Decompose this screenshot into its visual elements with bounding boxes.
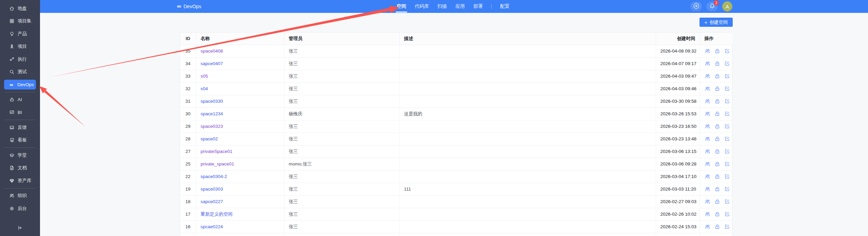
manage-members-icon[interactable] — [705, 86, 710, 92]
sidebar-item-admin[interactable]: 后台 — [0, 202, 40, 215]
app-brand[interactable]: ∞ DevOps — [177, 0, 201, 13]
table-row: 18 sapce0227 张三 2026-02-27 09:03 — [180, 195, 733, 208]
cell-name: space0408 — [196, 45, 284, 57]
notifications-button[interactable]: 3 — [706, 2, 718, 11]
manage-members-icon[interactable] — [705, 186, 710, 192]
sidebar-item-home[interactable]: 地盘 — [0, 2, 40, 15]
edit-icon[interactable] — [724, 161, 730, 167]
manage-members-icon[interactable] — [705, 61, 710, 66]
lock-icon[interactable] — [714, 136, 720, 142]
space-name-link[interactable]: spcae0224 — [201, 224, 223, 229]
space-name-link[interactable]: privateSpace01 — [201, 149, 233, 154]
lock-icon[interactable] — [714, 111, 720, 117]
edit-icon[interactable] — [724, 199, 730, 204]
lock-icon[interactable] — [714, 199, 720, 204]
space-name-link[interactable]: sapce0227 — [201, 199, 223, 204]
sidebar-item-project[interactable]: 项目 — [0, 40, 40, 53]
cell-admin: admin,momo,阿斯顿 — [284, 233, 399, 236]
sidebar-item-program-set[interactable]: 项目集 — [0, 15, 40, 28]
manage-members-icon[interactable] — [705, 123, 710, 129]
sidebar-item-assets[interactable]: 资产库 — [0, 174, 40, 187]
manage-members-icon[interactable] — [705, 73, 710, 79]
tab-code-repo[interactable]: 代码库 — [415, 0, 429, 13]
space-name-link[interactable]: space0330 — [201, 99, 223, 104]
manage-members-icon[interactable] — [705, 174, 710, 179]
lock-icon[interactable] — [714, 224, 720, 230]
lock-icon[interactable] — [714, 161, 720, 167]
edit-icon[interactable] — [724, 224, 730, 230]
edit-icon[interactable] — [724, 136, 730, 142]
manage-members-icon[interactable] — [705, 98, 710, 104]
edit-icon[interactable] — [724, 174, 730, 179]
space-name-link[interactable]: space0323 — [201, 124, 223, 129]
lock-icon[interactable] — [714, 123, 720, 129]
sidebar-item-feedback[interactable]: 反馈 — [0, 121, 40, 134]
space-name-link[interactable]: s04 — [201, 86, 208, 91]
space-name-link[interactable]: private_space01 — [201, 161, 234, 166]
cell-admin: momo,张三 — [284, 158, 399, 170]
sidebar-item-test[interactable]: 测试 — [0, 66, 40, 79]
sidebar-item-devops[interactable]: ∞ DevOps — [4, 80, 36, 90]
space-name-link[interactable]: space0304-2 — [201, 174, 227, 179]
manage-members-icon[interactable] — [705, 211, 710, 217]
tab-config[interactable]: 配置 — [500, 0, 510, 13]
cell-desc — [399, 158, 656, 170]
cell-name: space0303 — [196, 183, 284, 195]
sidebar-item-label: 文档 — [18, 165, 27, 171]
sidebar-item-docs[interactable]: 文档 — [0, 162, 40, 175]
manage-members-icon[interactable] — [705, 224, 710, 230]
manage-members-icon[interactable] — [705, 149, 710, 154]
tab-application[interactable]: 应用 — [455, 0, 465, 13]
edit-icon[interactable] — [724, 61, 730, 66]
space-name-link[interactable]: sapce0407 — [201, 61, 223, 66]
lock-icon[interactable] — [714, 174, 720, 179]
sidebar-item-ai[interactable]: AI — [0, 93, 40, 106]
lock-icon[interactable] — [714, 149, 720, 154]
avatar[interactable]: A — [722, 1, 732, 12]
sidebar-item-product[interactable]: 产品 — [0, 27, 40, 40]
manage-members-icon[interactable] — [705, 161, 710, 167]
edit-icon[interactable] — [724, 149, 730, 154]
edit-icon[interactable] — [724, 186, 730, 192]
manage-members-icon[interactable] — [705, 48, 710, 54]
create-space-button[interactable]: + 创建空间 — [699, 18, 733, 27]
space-name-link[interactable]: space0408 — [201, 48, 223, 54]
lock-icon[interactable] — [714, 48, 720, 54]
cell-actions — [700, 195, 733, 208]
sidebar-collapse-button[interactable] — [0, 221, 40, 236]
cell-actions — [700, 170, 733, 183]
lock-icon[interactable] — [714, 186, 720, 192]
edit-icon[interactable] — [724, 86, 730, 92]
space-name-link[interactable]: space1234 — [201, 111, 223, 116]
manage-members-icon[interactable] — [705, 111, 710, 117]
space-name-link[interactable]: s05 — [201, 74, 208, 79]
sidebar-item-school[interactable]: 学堂 — [0, 149, 40, 162]
lock-icon[interactable] — [714, 211, 720, 217]
edit-icon[interactable] — [724, 98, 730, 104]
manage-members-icon[interactable] — [705, 199, 710, 204]
tab-scan[interactable]: 扫描 — [437, 0, 447, 13]
sidebar-item-board[interactable]: 看板 — [0, 134, 40, 147]
lock-icon[interactable] — [714, 86, 720, 92]
sidebar-item-organization[interactable]: 组织 — [0, 190, 40, 202]
edit-icon[interactable] — [724, 123, 730, 129]
space-name-link[interactable]: 重新定义的空间 — [201, 212, 233, 217]
tab-deploy[interactable]: 部署 — [473, 0, 483, 13]
tab-space[interactable]: 空间 — [397, 0, 406, 13]
edit-icon[interactable] — [724, 48, 730, 54]
cell-admin: 杨惟庆 — [284, 107, 399, 120]
lock-icon[interactable] — [714, 73, 720, 79]
sidebar-item-execute[interactable]: 执行 — [0, 53, 40, 66]
lock-icon[interactable] — [714, 61, 720, 66]
manage-members-icon[interactable] — [705, 136, 710, 142]
space-name-link[interactable]: space0303 — [201, 186, 223, 192]
edit-icon[interactable] — [724, 73, 730, 79]
space-name-link[interactable]: space02 — [201, 136, 218, 141]
edit-icon[interactable] — [724, 111, 730, 117]
sidebar-item-bi[interactable]: BI — [0, 106, 40, 119]
edit-icon[interactable] — [724, 211, 730, 217]
lock-icon[interactable] — [714, 98, 720, 104]
add-button[interactable] — [690, 2, 702, 11]
sidebar-item-label: 测试 — [18, 69, 27, 75]
cell-desc — [399, 45, 656, 57]
